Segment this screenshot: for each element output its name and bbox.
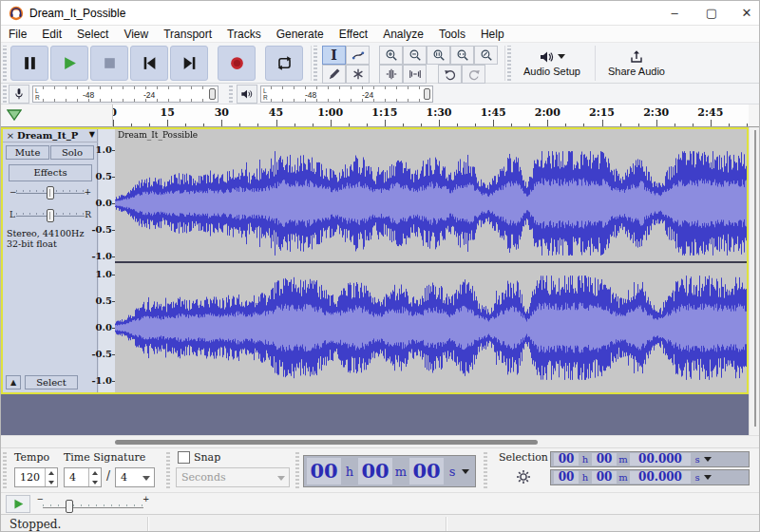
- menu-tools[interactable]: Tools: [431, 26, 473, 43]
- menu-transport[interactable]: Transport: [156, 26, 219, 43]
- record-meter-mic-button[interactable]: [9, 85, 29, 104]
- gain-slider[interactable]: − +: [7, 185, 94, 200]
- selection-time-digits[interactable]: 00.000: [630, 453, 691, 466]
- toolbar-grabber[interactable]: [3, 86, 7, 103]
- dropdown-caret-icon[interactable]: [704, 457, 712, 462]
- snap-mode-dropdown[interactable]: Seconds: [176, 467, 290, 487]
- selection-end-field[interactable]: 00h00m00.000s: [550, 469, 750, 485]
- pan-slider[interactable]: L R: [7, 208, 94, 223]
- speed-slider-thumb[interactable]: [66, 500, 73, 513]
- undo-button[interactable]: [438, 65, 462, 84]
- toolbar-grabber[interactable]: [507, 46, 511, 81]
- pan-slider-thumb[interactable]: [47, 209, 54, 222]
- trim-outside-selection-button[interactable]: [379, 65, 403, 84]
- tempo-spinner[interactable]: 120: [14, 467, 58, 487]
- menu-help[interactable]: Help: [473, 26, 512, 43]
- menu-analyze[interactable]: Analyze: [375, 26, 431, 43]
- snap-checkbox[interactable]: [178, 451, 190, 464]
- time-signature-upper-value[interactable]: 4: [65, 468, 88, 486]
- close-button[interactable]: ✕: [731, 1, 760, 26]
- audio-setup-button[interactable]: Audio Setup: [515, 45, 589, 82]
- selection-time-digits[interactable]: 00: [592, 453, 617, 466]
- selection-start-field[interactable]: 00h00m00.000s: [550, 451, 750, 467]
- select-track-button[interactable]: Select: [25, 375, 78, 390]
- loop-region-triangle-icon[interactable]: [7, 109, 22, 122]
- skip-to-end-button[interactable]: [170, 46, 208, 81]
- play-at-speed-button[interactable]: [6, 495, 30, 513]
- stop-button[interactable]: [90, 46, 128, 81]
- time-signature-lower-dropdown[interactable]: 4: [115, 467, 155, 487]
- timeline-ruler[interactable]: 01530451:001:151:301:452:002:152:302:45: [113, 104, 749, 127]
- menu-select[interactable]: Select: [69, 26, 116, 43]
- silence-selection-button[interactable]: [403, 65, 427, 84]
- play-button[interactable]: [50, 46, 88, 81]
- menu-generate[interactable]: Generate: [269, 26, 332, 43]
- tempo-value[interactable]: 120: [15, 468, 45, 486]
- selection-tool-button[interactable]: I: [322, 46, 346, 65]
- audio-position-display[interactable]: 00 h 00 m 00 s: [303, 455, 476, 487]
- envelope-tool-button[interactable]: [346, 46, 370, 65]
- pause-button[interactable]: [10, 46, 48, 81]
- selection-time-digits[interactable]: 00.000: [630, 471, 691, 484]
- menu-file[interactable]: File: [1, 26, 34, 43]
- mute-button[interactable]: Mute: [6, 145, 49, 160]
- playback-speed-slider[interactable]: − +: [37, 495, 149, 513]
- zoom-toggle-button[interactable]: [474, 46, 498, 65]
- menu-effect[interactable]: Effect: [332, 26, 375, 43]
- menu-tracks[interactable]: Tracks: [219, 26, 269, 43]
- menu-edit[interactable]: Edit: [34, 26, 69, 43]
- position-seconds[interactable]: 00: [409, 458, 444, 484]
- zoom-in-button[interactable]: [379, 46, 403, 65]
- spinner-arrows[interactable]: [88, 468, 101, 486]
- timeline-tick: [294, 124, 295, 126]
- track-menu-arrow-icon[interactable]: ▼: [89, 130, 95, 139]
- selection-time-digits[interactable]: 00: [554, 453, 579, 466]
- toolbar-grabber[interactable]: [229, 86, 233, 103]
- redo-button[interactable]: [462, 65, 485, 84]
- fit-project-button[interactable]: [450, 46, 474, 65]
- draw-tool-button[interactable]: [322, 65, 346, 84]
- toolbar-grabber[interactable]: [3, 452, 7, 488]
- time-signature-upper-spinner[interactable]: 4: [64, 467, 102, 487]
- position-minutes[interactable]: 00: [358, 458, 392, 484]
- solo-button[interactable]: Solo: [50, 145, 94, 160]
- record-meter[interactable]: L R -48 -24: [32, 86, 218, 103]
- vertical-scrollbar-thumb[interactable]: [754, 130, 756, 427]
- track-title[interactable]: Dream_It_P: [17, 130, 78, 141]
- playback-meter-slider-thumb[interactable]: [424, 88, 430, 100]
- maximize-button[interactable]: ▢: [695, 1, 728, 26]
- menu-view[interactable]: View: [116, 26, 156, 43]
- toolbar-grabber[interactable]: [484, 452, 487, 488]
- track-close-button[interactable]: ×: [5, 129, 16, 142]
- record-button[interactable]: [218, 46, 256, 81]
- dropdown-caret-icon[interactable]: [704, 475, 712, 480]
- selection-time-digits[interactable]: 00: [554, 471, 579, 484]
- toolbar-grabber[interactable]: [166, 452, 170, 488]
- position-hours[interactable]: 00: [307, 458, 341, 484]
- fit-selection-button[interactable]: [427, 46, 450, 65]
- share-audio-button[interactable]: Share Audio: [601, 45, 672, 82]
- collapse-track-button[interactable]: ▲: [6, 375, 21, 390]
- skip-to-start-button[interactable]: [130, 46, 168, 81]
- waveform-display[interactable]: [115, 129, 747, 392]
- multi-tool-button[interactable]: [346, 65, 370, 84]
- playback-meter-speaker-button[interactable]: [237, 85, 257, 104]
- selection-time-digits[interactable]: 00: [592, 471, 617, 484]
- vertical-scale[interactable]: 1.00.50.0-0.5-1.01.00.50.0-0.5-1.0: [99, 129, 115, 392]
- record-meter-slider-thumb[interactable]: [209, 88, 216, 100]
- toolbar-grabber[interactable]: [314, 46, 317, 81]
- toolbar-grabber[interactable]: [3, 46, 7, 81]
- toolbar-grabber[interactable]: [295, 452, 299, 488]
- dropdown-caret-icon[interactable]: [462, 469, 469, 474]
- vertical-scrollbar[interactable]: [749, 127, 760, 435]
- gain-slider-thumb[interactable]: [47, 186, 54, 200]
- spinner-arrows[interactable]: [45, 468, 57, 486]
- horizontal-scrollbar-thumb[interactable]: [115, 440, 538, 445]
- playback-meter[interactable]: L R -48 -24: [260, 86, 433, 103]
- effects-button[interactable]: Effects: [9, 164, 92, 181]
- minimize-button[interactable]: –: [658, 1, 691, 26]
- zoom-out-button[interactable]: [403, 46, 427, 65]
- horizontal-scrollbar[interactable]: [1, 435, 760, 447]
- loop-button[interactable]: [265, 46, 303, 81]
- selection-settings-gear-icon[interactable]: [516, 469, 531, 484]
